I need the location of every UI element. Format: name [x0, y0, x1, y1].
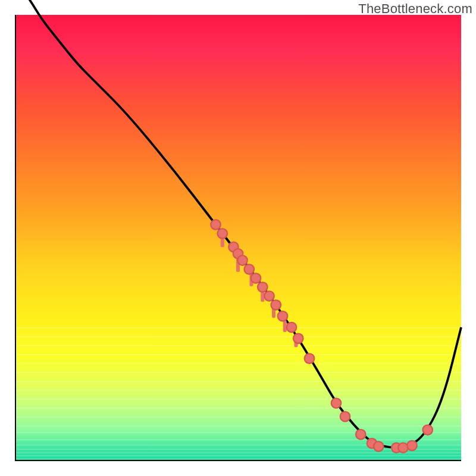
tick-markers: [221, 236, 298, 347]
plot-area: [15, 15, 461, 461]
data-point: [287, 322, 297, 333]
data-point: [356, 430, 366, 440]
data-point: [305, 353, 315, 364]
data-point: [264, 291, 274, 301]
data-point: [258, 282, 268, 292]
data-point: [331, 398, 342, 408]
data-point: [398, 443, 408, 453]
curve-svg: [15, 15, 461, 461]
data-point: [278, 311, 288, 321]
data-point: [211, 220, 221, 230]
data-point: [374, 441, 384, 451]
curve-points: [211, 220, 433, 453]
data-point: [237, 255, 248, 265]
data-point: [293, 334, 303, 344]
data-point: [423, 425, 433, 435]
data-point: [245, 264, 255, 274]
data-point: [218, 228, 228, 239]
bottleneck-curve: [15, 0, 461, 448]
chart-canvas: TheBottleneck.com: [0, 0, 476, 476]
data-point: [271, 300, 281, 310]
data-point: [407, 441, 417, 451]
data-point: [251, 273, 261, 283]
data-point: [340, 412, 350, 422]
